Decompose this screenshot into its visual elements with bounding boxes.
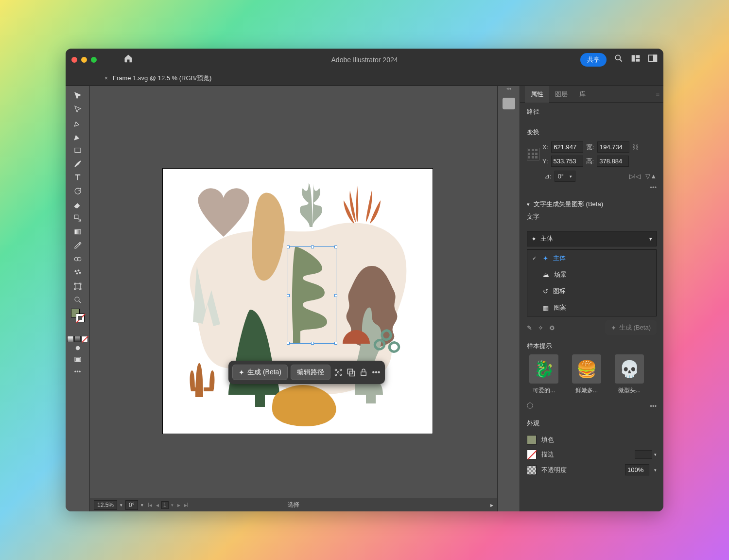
rotate-tool[interactable] <box>70 184 86 198</box>
fill-stroke-control[interactable] <box>70 309 86 323</box>
w-value[interactable]: 194.734 <box>597 141 629 153</box>
artboard-tool[interactable] <box>70 280 86 293</box>
textgen-accordion[interactable]: ▾ 文字生成矢量图形 (Beta) <box>520 196 663 212</box>
y-value[interactable]: 533.753 <box>551 156 583 167</box>
wand-icon[interactable]: ✎ <box>527 324 532 332</box>
artboard-dropdown-icon[interactable]: ▾ <box>170 503 175 508</box>
more-icon[interactable]: ••• <box>371 368 381 377</box>
flip-horizontal-icon[interactable]: ▷I◁ <box>629 173 641 180</box>
share-button[interactable]: 共享 <box>580 53 607 67</box>
ungroup-icon[interactable] <box>333 368 343 377</box>
curvature-tool[interactable] <box>70 130 86 143</box>
sample-dragon[interactable]: 🐉可爱的... <box>527 354 561 395</box>
handle-e[interactable] <box>334 294 337 297</box>
option-pattern[interactable]: ▦图案 <box>527 299 656 316</box>
close-tab-icon[interactable]: × <box>104 75 108 82</box>
last-artboard-icon[interactable]: ▸I <box>183 502 190 508</box>
handle-s[interactable] <box>311 342 314 345</box>
stroke-weight-dropdown-icon[interactable]: ▾ <box>654 452 657 457</box>
pen-tool[interactable] <box>70 116 86 130</box>
info-icon[interactable]: ⓘ <box>527 402 533 410</box>
paintbrush-tool[interactable] <box>70 157 86 171</box>
symbol-sprayer-tool[interactable] <box>70 266 86 280</box>
stroke-swatch[interactable] <box>76 314 85 322</box>
document-tab[interactable]: × Frame 1.svg @ 12.5 % (RGB/预览) <box>104 74 211 83</box>
tab-layers[interactable]: 图层 <box>549 86 573 103</box>
handle-sw[interactable] <box>287 342 290 345</box>
selection-tool[interactable] <box>70 89 86 103</box>
edit-toolbar[interactable]: ••• <box>70 366 86 377</box>
handle-nw[interactable] <box>287 245 290 248</box>
status-caret-icon[interactable]: ▸ <box>490 502 493 508</box>
stroke-weight[interactable] <box>635 450 652 459</box>
textgen-type-dropdown[interactable]: ✦ 主体 ▾ <box>527 231 657 246</box>
color-mode-solid[interactable] <box>67 336 73 342</box>
eraser-tool[interactable] <box>70 198 86 211</box>
zoom-field[interactable]: 12.5% <box>94 500 117 510</box>
workspace-icon[interactable] <box>648 54 658 65</box>
stroke-swatch[interactable] <box>527 450 537 459</box>
rectangle-tool[interactable] <box>70 143 86 157</box>
x-value[interactable]: 621.947 <box>551 141 583 153</box>
option-scene[interactable]: ⛰场景 <box>527 266 656 283</box>
opacity-swatch[interactable] <box>527 465 537 475</box>
screen-mode[interactable] <box>70 354 86 366</box>
transform-more-icon[interactable]: ••• <box>527 184 657 191</box>
angle-dropdown-icon[interactable]: ▾ <box>570 174 572 179</box>
selection-bounding-box[interactable] <box>288 246 336 344</box>
tab-properties[interactable]: 属性 <box>525 86 549 103</box>
sample-skull[interactable]: 💀微型头... <box>612 354 646 395</box>
h-value[interactable]: 378.884 <box>597 156 629 167</box>
blend-tool[interactable] <box>70 252 86 266</box>
reference-point[interactable] <box>527 148 539 160</box>
minimize-window[interactable] <box>81 57 87 63</box>
constrain-icon[interactable]: ⛓ <box>632 143 639 151</box>
opacity-value[interactable]: 100% <box>625 464 649 475</box>
panel-menu-icon[interactable]: ≡ <box>656 90 660 98</box>
info-more-icon[interactable]: ••• <box>650 402 657 410</box>
eyedropper-tool[interactable] <box>70 239 86 252</box>
gradient-tool[interactable] <box>70 225 86 239</box>
first-artboard-icon[interactable]: I◂ <box>146 502 154 508</box>
next-artboard-icon[interactable]: ▸ <box>176 502 182 508</box>
opacity-dropdown-icon[interactable]: ▾ <box>654 468 657 472</box>
color-mode-none[interactable] <box>82 336 88 342</box>
close-window[interactable] <box>71 57 77 63</box>
flip-vertical-icon[interactable]: ▽▲ <box>645 173 657 180</box>
collapse-dock-icon[interactable]: ◂◂ <box>498 86 520 92</box>
comments-icon[interactable] <box>503 98 515 109</box>
color-mode-gradient[interactable] <box>74 336 81 342</box>
option-subject[interactable]: ✓✦主体 <box>527 250 656 266</box>
zoom-tool[interactable] <box>70 293 86 307</box>
option-icon[interactable]: ↺图标 <box>527 283 656 299</box>
angle-field[interactable]: 0° ▾ <box>555 171 575 182</box>
contextual-taskbar[interactable]: ✦ 生成 (Beta) 编辑路径 ••• <box>228 361 385 384</box>
gear-icon[interactable]: ⚙ <box>549 324 555 332</box>
tab-libraries[interactable]: 库 <box>573 86 591 103</box>
bulb-icon[interactable]: ✧ <box>538 324 543 332</box>
generate-button[interactable]: ✦ 生成 (Beta) <box>232 365 288 380</box>
prev-artboard-icon[interactable]: ◂ <box>155 502 160 508</box>
lock-icon[interactable] <box>359 368 368 377</box>
handle-se[interactable] <box>334 342 337 345</box>
canvas[interactable]: ✦ 生成 (Beta) 编辑路径 ••• 12.5% ▾ 0° ▾ I◂ <box>90 86 497 511</box>
direct-selection-tool[interactable] <box>70 103 86 116</box>
maximize-window[interactable] <box>91 57 97 63</box>
search-icon[interactable] <box>614 53 624 66</box>
type-tool[interactable] <box>70 171 86 184</box>
artboard-number[interactable]: 1 <box>161 501 169 509</box>
sample-burger[interactable]: 🍔鲜嫩多... <box>570 354 604 395</box>
zoom-dropdown-icon[interactable]: ▾ <box>120 503 122 508</box>
edit-path-button[interactable]: 编辑路径 <box>291 365 330 380</box>
rotation-field[interactable]: 0° <box>125 500 138 510</box>
home-icon[interactable] <box>123 53 133 66</box>
handle-n[interactable] <box>311 245 314 248</box>
fill-swatch[interactable] <box>527 435 537 445</box>
duplicate-icon[interactable] <box>346 368 356 377</box>
scale-tool[interactable] <box>70 211 86 225</box>
draw-mode-normal[interactable] <box>70 342 86 354</box>
handle-ne[interactable] <box>334 245 337 248</box>
rotation-dropdown-icon[interactable]: ▾ <box>141 503 143 508</box>
arrange-icon[interactable] <box>631 54 641 65</box>
handle-w[interactable] <box>287 294 290 297</box>
